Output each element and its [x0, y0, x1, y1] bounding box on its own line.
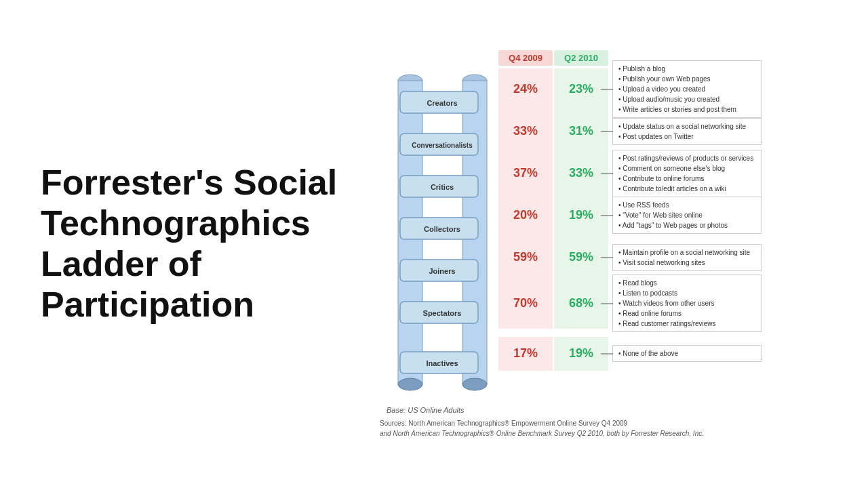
row-spectators: 70% 68% • Read blogs • Listen to podcast… — [498, 279, 762, 329]
source-line2: and North American Technographics® Onlin… — [380, 430, 704, 437]
svg-text:Creators: Creators — [427, 99, 457, 107]
svg-text:Collectors: Collectors — [424, 225, 460, 233]
spectators-desc: • Read blogs • Listen to podcasts • Watc… — [612, 274, 762, 332]
source-text: Sources: North American Technographics® … — [380, 418, 704, 439]
q2-header: Q2 2010 — [554, 50, 608, 66]
svg-text:Spectators: Spectators — [423, 309, 462, 317]
conversationalists-q4: 33% — [498, 110, 553, 152]
data-columns: 24% 23% • Publish a blog • Publish your … — [498, 68, 762, 371]
q4-header: Q4 2009 — [498, 50, 553, 66]
creators-q4: 24% — [498, 68, 553, 110]
chart-container: Q4 2009 Q2 2010 Creators — [380, 50, 762, 439]
svg-text:Critics: Critics — [431, 183, 454, 191]
svg-point-2 — [398, 378, 422, 390]
svg-text:Joiners: Joiners — [429, 267, 455, 275]
joiners-desc: • Maintain profile on a social networkin… — [612, 244, 762, 271]
row-critics: 37% 33% • Post ratings/reviews of produc… — [498, 152, 762, 195]
row-inactives: 17% 19% • None of the above — [498, 337, 762, 371]
svg-text:Inactives: Inactives — [426, 359, 458, 367]
collectors-q2: 19% — [554, 195, 608, 237]
inactives-q4: 17% — [498, 337, 553, 371]
row-collectors: 20% 19% • Use RSS feeds • "Vote" for Web… — [498, 195, 762, 237]
page-title: Forrester's Social Technographics Ladder… — [41, 163, 339, 325]
ladder-area: Creators Conversationalists Critics Coll… — [380, 68, 762, 403]
row-creators: 24% 23% • Publish a blog • Publish your … — [498, 68, 762, 110]
collectors-q4: 20% — [498, 195, 553, 237]
collectors-desc: • Use RSS feeds • "Vote" for Web sites o… — [612, 197, 762, 234]
joiners-q2: 59% — [554, 237, 608, 279]
conversationalists-q2: 31% — [554, 110, 608, 152]
critics-desc: • Post ratings/reviews of products or se… — [612, 150, 762, 197]
ladder-svg: Creators Conversationalists Critics Coll… — [380, 68, 498, 403]
creators-desc: • Publish a blog • Publish your own Web … — [612, 60, 762, 118]
chart-header: Q4 2009 Q2 2010 — [498, 50, 608, 66]
svg-point-5 — [462, 378, 487, 390]
critics-q2: 33% — [554, 152, 608, 195]
joiners-q4: 59% — [498, 237, 553, 279]
svg-text:Conversationalists: Conversationalists — [412, 142, 473, 149]
source-line1: Sources: North American Technographics® … — [380, 420, 627, 427]
base-label: Base: US Online Adults — [387, 406, 465, 414]
creators-q2: 23% — [554, 68, 608, 110]
inactives-q2: 19% — [554, 337, 608, 371]
conversationalists-desc: • Update status on a social networking s… — [612, 118, 762, 145]
left-panel: Forrester's Social Technographics Ladder… — [0, 136, 380, 352]
row-joiners: 59% 59% • Maintain profile on a social n… — [498, 237, 762, 279]
spectators-q2: 68% — [554, 279, 608, 329]
spectators-q4: 70% — [498, 279, 553, 329]
inactives-desc: • None of the above — [612, 345, 762, 362]
critics-q4: 37% — [498, 152, 553, 195]
right-panel: Q4 2009 Q2 2010 Creators — [380, 43, 868, 445]
